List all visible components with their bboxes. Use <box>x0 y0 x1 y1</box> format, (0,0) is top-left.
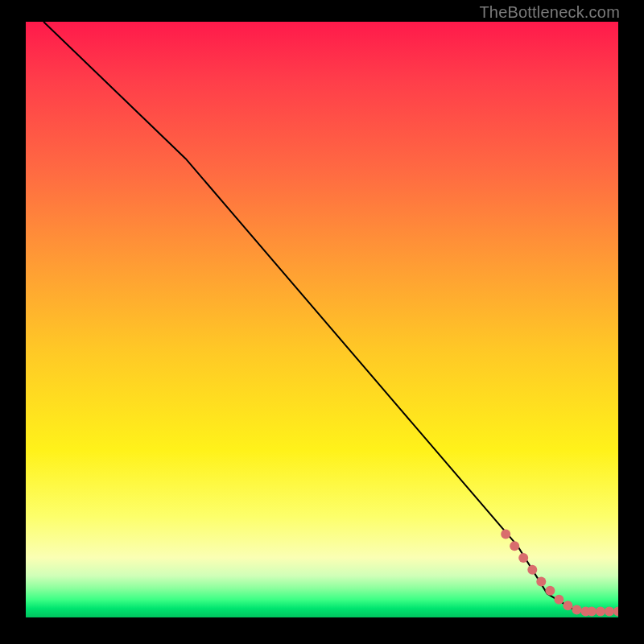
scatter-point <box>501 529 510 539</box>
scatter-point <box>596 607 605 617</box>
scatter-point <box>545 586 555 596</box>
scatter-point <box>613 607 618 617</box>
scatter-point <box>587 607 597 617</box>
scatter-point <box>563 601 572 610</box>
plot-area <box>26 22 618 617</box>
watermark-text: TheBottleneck.com <box>479 3 620 22</box>
scatter-point <box>527 565 537 575</box>
scatter-point <box>536 577 546 587</box>
scatter-point <box>572 605 582 614</box>
curve-line <box>43 22 618 612</box>
chart-stage: TheBottleneck.com <box>0 0 644 644</box>
scatter-point <box>554 595 564 605</box>
scatter-point <box>605 607 614 617</box>
curve-path <box>43 22 618 612</box>
chart-overlay <box>26 22 618 617</box>
scatter-point <box>518 553 528 563</box>
scatter-point <box>510 541 519 551</box>
scatter-points <box>501 529 618 616</box>
